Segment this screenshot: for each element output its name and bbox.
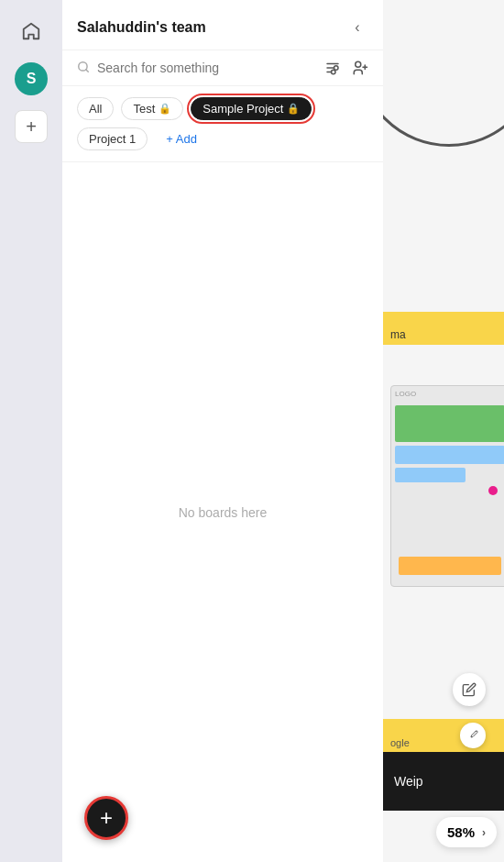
lock-icon-sample: 🔒 <box>287 103 300 115</box>
google-logo-label: ogle <box>390 737 410 748</box>
svg-line-1 <box>86 69 89 72</box>
add-workspace-button[interactable]: + <box>15 110 48 143</box>
svg-point-6 <box>332 70 336 74</box>
filter-icon[interactable] <box>324 60 341 76</box>
canvas-label-ma: ma <box>390 328 406 341</box>
panel-header: Salahuddin's team ‹ <box>62 0 383 50</box>
add-project-button[interactable]: + Add <box>155 127 208 150</box>
wireframe-blue-block-2 <box>395 468 466 482</box>
progress-chevron-icon: › <box>482 826 486 839</box>
create-board-fab[interactable]: + <box>84 796 128 840</box>
sidebar: S + <box>0 0 62 862</box>
progress-value: 58% <box>447 824 475 840</box>
search-bar <box>62 50 383 86</box>
edit-button-1[interactable] <box>453 673 486 706</box>
right-panel: Quick Start G ma LOGO ogle <box>383 0 504 862</box>
weip-label: Weip <box>394 774 423 789</box>
search-actions <box>324 60 368 76</box>
svg-point-4 <box>334 66 339 71</box>
home-button[interactable] <box>15 15 48 48</box>
search-input-wrapper <box>77 61 317 76</box>
svg-point-7 <box>356 61 361 67</box>
tag-test[interactable]: Test 🔒 <box>121 97 183 120</box>
invite-icon[interactable] <box>352 60 368 76</box>
progress-pill[interactable]: 58% › <box>436 817 497 847</box>
search-input[interactable] <box>97 61 317 75</box>
wireframe-pink-dot <box>488 486 498 495</box>
canvas-arc-shape <box>383 0 504 147</box>
wireframe-logo-label: LOGO <box>391 386 504 402</box>
avatar[interactable]: S <box>15 62 48 95</box>
search-icon <box>77 61 90 76</box>
wireframe-green-block <box>395 405 504 442</box>
panel-title: Salahuddin's team <box>77 19 206 36</box>
collapse-button[interactable]: ‹ <box>346 17 368 39</box>
wireframe-card: LOGO <box>390 385 504 587</box>
main-panel: Salahuddin's team ‹ <box>62 0 383 862</box>
dark-bottom-bar: Weip <box>383 752 504 811</box>
project-tags: All Test 🔒 Sample Project 🔒 Project 1 + … <box>62 86 383 162</box>
lock-icon-test: 🔒 <box>159 103 171 115</box>
canvas-preview: ma LOGO ogle Weip <box>383 0 504 862</box>
tag-sample-project[interactable]: Sample Project 🔒 <box>191 97 312 120</box>
tag-all[interactable]: All <box>77 97 114 120</box>
tag-project1[interactable]: Project 1 <box>77 127 148 150</box>
wireframe-orange-block <box>399 557 501 575</box>
wireframe-blue-block-1 <box>395 446 504 464</box>
empty-state: No boards here <box>62 162 383 862</box>
edit-button-2[interactable] <box>460 723 486 748</box>
